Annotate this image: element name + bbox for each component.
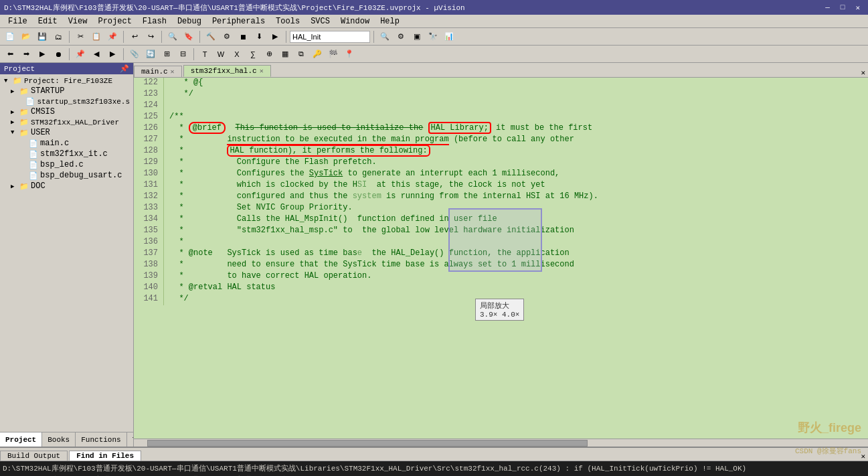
sync-button[interactable]: 🔄 — [143, 47, 158, 62]
save-all-button[interactable]: 🗂 — [51, 29, 66, 44]
maximize-button[interactable]: □ — [837, 3, 849, 12]
tree-startup-file[interactable]: ▶ 📄 startup_stm32f103xe.s — [1, 96, 132, 106]
save-button[interactable]: 💾 — [35, 29, 50, 44]
tree-hal-driver[interactable]: ▶ 📁 STM32f1xx_HAL_Driver — [1, 117, 132, 127]
menu-debug[interactable]: Debug — [172, 15, 207, 27]
h-scrollbar-thumb[interactable] — [147, 440, 588, 447]
tab-main-c[interactable]: main.c ✕ — [134, 66, 182, 77]
undo-button[interactable]: ↩ — [127, 29, 142, 44]
code-line-141: 141 */ — [134, 294, 868, 305]
tree-main-c[interactable]: ▶ 📄 main.c — [1, 138, 132, 149]
close-bottom-icon[interactable]: ✕ — [861, 452, 865, 461]
menu-view[interactable]: View — [63, 15, 93, 27]
tree-usart-c[interactable]: ▶ 📄 bsp_debug_usart.c — [1, 170, 132, 181]
line-content: * "stm32f1xx_hal_msp.c" to the global lo… — [164, 226, 868, 237]
nav-back-button[interactable]: ◀ — [89, 47, 104, 62]
close-editor-icon[interactable]: ✕ — [861, 68, 865, 77]
unfold-button[interactable]: ⊟ — [175, 47, 190, 62]
menu-project[interactable]: Project — [92, 15, 137, 27]
x-button[interactable]: X — [230, 47, 244, 62]
tree-cmsis[interactable]: ▶ 📁 CMSIS — [1, 106, 132, 117]
close-hal-c-icon[interactable]: ✕ — [260, 67, 264, 75]
tree-it-c[interactable]: ▶ 📄 stm32f1xx_it.c — [1, 149, 132, 159]
rebuild-button[interactable]: ⚙ — [220, 29, 234, 44]
inspect-btn[interactable]: 🔭 — [426, 29, 440, 44]
stop-button[interactable]: ⏹ — [236, 29, 250, 44]
menu-file[interactable]: File — [3, 15, 33, 27]
extra7-button[interactable]: 📍 — [342, 47, 357, 62]
extra4-button[interactable]: ⧉ — [294, 47, 309, 62]
tab-project[interactable]: Project — [0, 432, 42, 447]
bookmark-button[interactable]: 🔖 — [181, 29, 196, 44]
search-btn2[interactable]: 🔍 — [377, 29, 392, 44]
window-controls[interactable]: — □ ✕ — [821, 3, 864, 12]
menu-edit[interactable]: Edit — [33, 15, 63, 27]
redo-button[interactable]: ↪ — [143, 29, 158, 44]
tab-build-output[interactable]: Build Output — [0, 451, 68, 461]
menu-peripherals[interactable]: Peripherals — [207, 15, 270, 27]
step-in-button[interactable]: ➡ — [19, 47, 33, 62]
menu-window[interactable]: Window — [335, 15, 375, 27]
fold-button[interactable]: ⊞ — [159, 47, 174, 62]
line-content: * @retval HAL status — [164, 283, 868, 294]
extra2-button[interactable]: ⊕ — [262, 47, 276, 62]
line-content: * Set NVIC Group Priority. — [164, 203, 868, 214]
tree-startup[interactable]: ▶ 📁 STARTUP — [1, 86, 132, 96]
config-btn[interactable]: ⚙ — [394, 29, 408, 44]
line-number: 128 — [134, 146, 164, 157]
tree-led-c[interactable]: ▶ 📄 bsp_led.c — [1, 159, 132, 170]
folder-icon: 📁 — [19, 87, 29, 96]
target-btn[interactable]: ▣ — [410, 29, 424, 44]
t-button[interactable]: T — [197, 47, 212, 62]
find-result-line[interactable]: D:\STM32HAL库例程\F103普通开发板\20-USART—串口通信\U… — [3, 463, 865, 474]
tree-doc[interactable]: ▶ 📁 DOC — [1, 181, 132, 191]
startup-label: STARTUP — [31, 86, 64, 96]
paste-button[interactable]: 📌 — [105, 29, 120, 44]
menu-flash[interactable]: Flash — [137, 15, 172, 27]
close-button[interactable]: ✕ — [851, 3, 864, 12]
find-results[interactable]: D:\STM32HAL库例程\F103普通开发板\20-USART—串口通信\U… — [0, 461, 868, 476]
menu-help[interactable]: Help — [375, 15, 405, 27]
horizontal-scrollbar[interactable] — [134, 439, 868, 447]
menu-tools[interactable]: Tools — [270, 15, 305, 27]
nav-fwd-button[interactable]: ▶ — [105, 47, 120, 62]
logic-btn[interactable]: 📊 — [442, 29, 456, 44]
code-editor[interactable]: 122 * @{ 123 */ 124 125 /** 126 * @brief… — [134, 78, 868, 439]
copy-button[interactable]: 📋 — [89, 29, 104, 44]
line-content: */ — [164, 294, 868, 305]
tab-find-in-files[interactable]: Find in Files — [69, 451, 141, 461]
find-button[interactable]: 🔍 — [165, 29, 180, 44]
open-button[interactable]: 📂 — [19, 29, 33, 44]
tab-hal-c[interactable]: stm32f1xx_hal.c ✕ — [183, 65, 271, 77]
sidebar-pin-icon[interactable]: 📌 — [120, 64, 129, 73]
tab-books[interactable]: Books — [42, 432, 76, 447]
close-main-c-icon[interactable]: ✕ — [171, 68, 175, 76]
breakpoint-button[interactable]: ⏺ — [51, 47, 66, 62]
extra1-button[interactable]: ∑ — [246, 47, 260, 62]
pin-button[interactable]: 📌 — [73, 47, 88, 62]
line-content: * which is clocked by the HSI at this st… — [164, 180, 868, 191]
step-out-button[interactable]: ⬅ — [3, 47, 17, 62]
show-inc-button[interactable]: 📎 — [127, 47, 142, 62]
hal-init-input[interactable]: HAL_Init — [290, 31, 370, 43]
run-button[interactable]: ▶ — [35, 47, 50, 62]
main-c-label: main.c — [40, 139, 69, 148]
extra5-button[interactable]: 🔑 — [310, 47, 325, 62]
extra3-button[interactable]: ▦ — [278, 47, 292, 62]
tab-templates[interactable]: Templates — [127, 432, 134, 447]
debug-button[interactable]: ▶ — [268, 29, 282, 44]
extra6-button[interactable]: 🏁 — [326, 47, 341, 62]
tree-user[interactable]: ▼ 📁 USER — [1, 127, 132, 138]
download-button[interactable]: ⬇ — [252, 29, 266, 44]
line-number: 135 — [134, 226, 164, 237]
menu-svcs[interactable]: SVCS — [305, 15, 335, 27]
w-button[interactable]: W — [213, 47, 228, 62]
line-content: /** — [164, 112, 868, 123]
build-button[interactable]: 🔨 — [203, 29, 218, 44]
tree-project-root[interactable]: ▼ 📁 Project: Fire_F103ZE — [1, 76, 132, 86]
cut-button[interactable]: ✂ — [73, 29, 88, 44]
new-file-button[interactable]: 📄 — [3, 29, 17, 44]
tab-functions[interactable]: Functions — [76, 432, 126, 447]
tab-main-c-label: main.c — [141, 68, 168, 76]
minimize-button[interactable]: — — [821, 3, 834, 12]
